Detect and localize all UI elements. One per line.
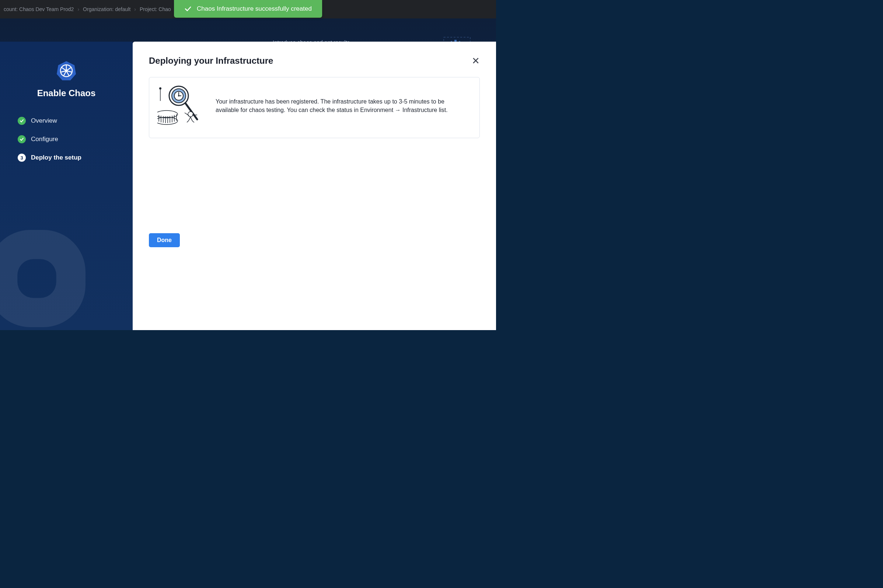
toast-message: Chaos Infrastructure successfully create… xyxy=(197,5,312,12)
wizard-step-label: Deploy the setup xyxy=(31,154,81,161)
chevron-right-icon: › xyxy=(77,6,79,12)
main-panel: Deploying your Infrastructure ✕ xyxy=(133,42,496,330)
breadcrumb-account[interactable]: count: Chaos Dev Team Prod2 xyxy=(4,6,74,12)
chevron-right-icon: › xyxy=(134,6,136,12)
wizard-step-label: Overview xyxy=(31,117,57,124)
wizard-sidebar: Enable Chaos Overview Configure 3 Deploy… xyxy=(0,42,133,330)
breadcrumb-project[interactable]: Project: Chao xyxy=(140,6,171,12)
svg-rect-22 xyxy=(17,259,56,298)
wizard-step-deploy[interactable]: 3 Deploy the setup xyxy=(18,154,115,162)
close-icon[interactable]: ✕ xyxy=(472,56,480,66)
wizard-step-label: Configure xyxy=(31,136,58,143)
wizard-title: Enable Chaos xyxy=(0,88,133,98)
info-card: Your infrastructure has been registered.… xyxy=(149,77,480,138)
done-button[interactable]: Done xyxy=(149,233,180,247)
wizard-step-configure[interactable]: Configure xyxy=(18,135,115,143)
breadcrumb-org[interactable]: Organization: default xyxy=(83,6,131,12)
svg-point-24 xyxy=(159,87,161,90)
toast-success: Chaos Infrastructure successfully create… xyxy=(174,0,322,18)
svg-point-44 xyxy=(188,112,193,117)
check-circle-icon xyxy=(18,135,26,143)
info-message: Your infrastructure has been registered.… xyxy=(216,97,468,114)
watermark-icon xyxy=(0,198,118,330)
kubernetes-icon xyxy=(56,60,77,81)
panel-title: Deploying your Infrastructure xyxy=(149,56,273,66)
step-number-icon: 3 xyxy=(18,154,26,162)
check-icon xyxy=(184,5,192,12)
wizard-step-overview[interactable]: Overview xyxy=(18,117,115,125)
illustration-icon xyxy=(158,86,205,126)
svg-point-42 xyxy=(178,95,179,96)
check-circle-icon xyxy=(18,117,26,125)
